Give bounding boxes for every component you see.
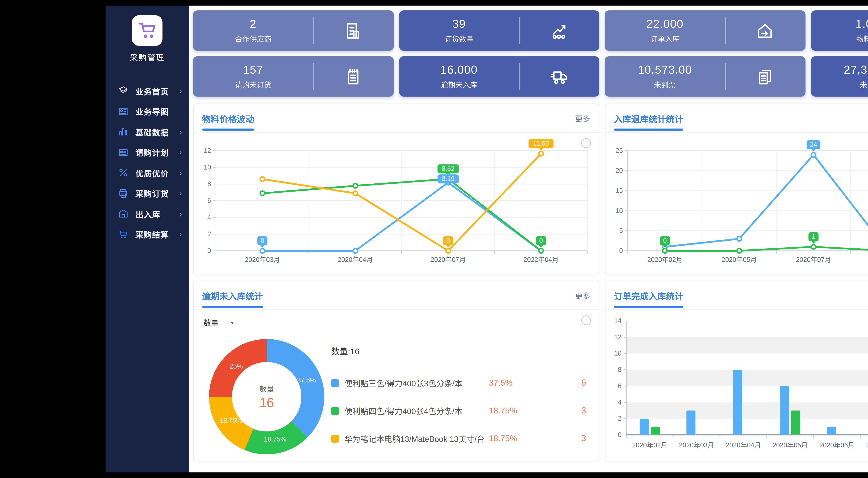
chevron-right-icon: › [179, 87, 182, 95]
svg-text:2020年02月: 2020年02月 [632, 442, 667, 449]
svg-text:8.62: 8.62 [442, 165, 455, 172]
info-icon[interactable]: i [581, 138, 591, 148]
panel-title-in-out[interactable]: 入库退库统计统计 [614, 112, 683, 125]
panel-body: i 0246810122020年03月2020年04月2020年07月2022年… [194, 133, 598, 273]
sidebar-item-5[interactable]: 优质优价 › [105, 162, 189, 183]
svg-text:2020年07月: 2020年07月 [431, 256, 466, 263]
warehouse-icon [118, 209, 128, 219]
svg-text:2020年07月: 2020年07月 [796, 256, 831, 263]
trend-icon [550, 21, 568, 40]
legend-row: 华为笔记本电脑13/MateBook 13英寸/台 18.75% 3 [331, 424, 589, 452]
svg-text:2020年02月: 2020年02月 [647, 256, 683, 263]
legend-item-name: 软抄本A5/广博A5商务办公/本 [344, 460, 489, 461]
sidebar-item-7[interactable]: 出入库 › [105, 204, 189, 224]
panel-title-material-price[interactable]: 物料价格波动 [202, 112, 254, 125]
sidebar-item-6[interactable]: 采购订货 › [105, 183, 189, 204]
sidebar-item-3[interactable]: 基础数据 › [105, 122, 189, 142]
stat-card-value: 10,573.00 [638, 63, 692, 77]
bar-chart-icon [118, 127, 128, 137]
panel-title-overdue[interactable]: 逾期未入库统计 [202, 289, 263, 302]
stat-card[interactable]: 16.000 逾期未入库 [399, 56, 599, 96]
svg-text:10: 10 [614, 350, 621, 357]
sidebar-item-4[interactable]: 请购计划 › [105, 142, 189, 162]
svg-text:8: 8 [618, 366, 621, 373]
quantity-dropdown[interactable]: 数量 ▼ [204, 317, 235, 328]
chevron-right-icon: › [179, 169, 182, 177]
svg-text:0: 0 [663, 237, 666, 244]
sidebar-item-2[interactable]: 业务导图 [105, 101, 189, 122]
legend-item-count: 3 [543, 406, 589, 416]
divider [313, 63, 314, 90]
legend-row: 便利贴四色/得力400张4色分条/本 18.75% 3 [331, 397, 589, 424]
percent-icon [118, 168, 128, 178]
stat-card[interactable]: 157 请购未订货 [193, 56, 393, 96]
svg-text:2: 2 [618, 415, 621, 422]
panel-header: 订单完成入库统计 更多 [606, 281, 868, 310]
divider [725, 18, 726, 44]
panel-body: 数量 ▼ i 数量 16 37.5%18.75%18.75%25% [194, 310, 598, 461]
svg-text:2020年05月: 2020年05月 [722, 256, 757, 263]
divider [519, 18, 520, 44]
svg-text:15: 15 [616, 187, 623, 194]
legend-item-name: 便利贴四色/得力400张4色分条/本 [344, 405, 489, 416]
sidebar-item-8[interactable]: 采购结算 › [105, 224, 189, 244]
legend-color-swatch [331, 435, 339, 442]
svg-text:12: 12 [614, 333, 621, 341]
sitemap-icon [118, 106, 128, 117]
chevron-down-icon: ▼ [230, 320, 235, 325]
sidebar-item-label: 基础数据 [135, 126, 169, 138]
chevron-right-icon: › [179, 189, 182, 198]
stat-card-text: 16.000 逾期未入库 [399, 56, 519, 96]
sidebar-item-label: 采购订货 [135, 188, 169, 199]
stat-card[interactable]: 10,573.00 未到票 [605, 56, 805, 96]
panel-title-order-complete[interactable]: 订单完成入库统计 [614, 289, 683, 302]
screen: 采购管理 业务首页 › 业务导图 基础数据 › 请购计划 › 优质优价 › 采购… [0, 0, 868, 478]
sidebar: 采购管理 业务首页 › 业务导图 基础数据 › 请购计划 › 优质优价 › 采购… [105, 5, 189, 473]
divider [725, 63, 726, 90]
donut-slice-label: 37.5% [297, 377, 316, 384]
svg-text:4: 4 [208, 214, 211, 221]
panel-header: 物料价格波动 更多 [194, 104, 598, 133]
legend-item-count: 3 [543, 434, 589, 443]
divider [313, 18, 314, 44]
svg-text:0: 0 [446, 237, 450, 244]
panel-overdue-stats: 逾期未入库统计 更多 数量 ▼ i 数量 16 [193, 281, 599, 461]
info-icon[interactable]: i [581, 316, 591, 325]
stat-card-icon [725, 10, 805, 51]
svg-text:0: 0 [619, 247, 623, 254]
cart-logo-icon [137, 20, 158, 41]
legend-item-name: 便利贴三色/得力400张3色分条/本 [344, 377, 489, 388]
svg-text:2020年03月: 2020年03月 [679, 442, 714, 449]
sidebar-item-label: 业务首页 [135, 85, 169, 96]
svg-text:2022年04月: 2022年04月 [523, 256, 559, 263]
more-link[interactable]: 更多 [575, 113, 590, 124]
donut-slice-label: 18.75% [264, 435, 286, 443]
stat-card[interactable]: 1.000 物料退库 [811, 10, 868, 51]
stat-card[interactable]: 27,306.00 未付款 ¥ [811, 56, 868, 96]
stat-cards: 2 合作供应商 39 订货数量 22.000 订单入库 1.000 物料退库 1… [193, 10, 868, 96]
stat-card[interactable]: 39 订货数量 [399, 10, 599, 51]
legend-color-swatch [331, 407, 339, 414]
stat-card[interactable]: 2 合作供应商 [193, 10, 393, 51]
stat-card-label: 未到票 [654, 79, 676, 90]
stat-card-label: 订单入库 [650, 33, 679, 44]
stat-card-text: 39 订货数量 [399, 10, 519, 51]
more-link[interactable]: 更多 [575, 290, 590, 301]
svg-text:0: 0 [618, 431, 621, 439]
stat-card[interactable]: 22.000 订单入库 [605, 10, 805, 51]
legend-row: 便利贴三色/得力400张3色分条/本 37.5% 6 [331, 369, 589, 397]
stat-card-icon [313, 56, 393, 96]
svg-text:24: 24 [810, 141, 817, 148]
sidebar-item-icon [117, 208, 128, 219]
sidebar-item-icon [117, 229, 128, 240]
divider [519, 63, 520, 90]
svg-text:12: 12 [204, 147, 211, 154]
stat-card-icon [519, 10, 599, 51]
sidebar-item-1[interactable]: 业务首页 › [105, 81, 189, 101]
stat-card-text: 2 合作供应商 [193, 10, 313, 51]
app-logo[interactable] [132, 15, 162, 46]
legend-rows: 便利贴三色/得力400张3色分条/本 37.5% 6 便利贴四色/得力400张4… [331, 369, 589, 461]
donut-slice-label: 18.75% [220, 417, 242, 424]
stat-card-text: 1.000 物料退库 [811, 10, 868, 51]
stat-card-text: 27,306.00 未付款 [811, 56, 868, 96]
